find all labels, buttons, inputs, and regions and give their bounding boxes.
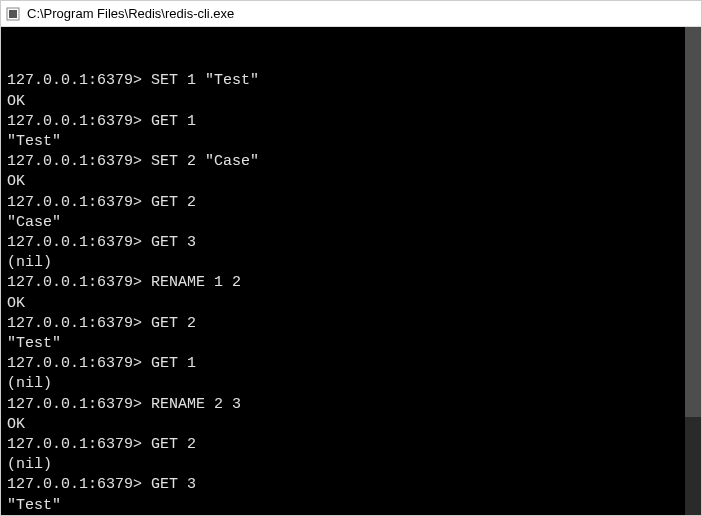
terminal-line: 127.0.0.1:6379> SET 2 "Case" bbox=[7, 152, 695, 172]
terminal-line: 127.0.0.1:6379> GET 2 bbox=[7, 314, 695, 334]
terminal-line: 127.0.0.1:6379> SET 1 "Test" bbox=[7, 71, 695, 91]
window-title: C:\Program Files\Redis\redis-cli.exe bbox=[27, 6, 234, 21]
terminal-line: 127.0.0.1:6379> GET 1 bbox=[7, 354, 695, 374]
terminal-line: 127.0.0.1:6379> GET 2 bbox=[7, 435, 695, 455]
terminal-line: "Case" bbox=[7, 213, 695, 233]
terminal-line: (nil) bbox=[7, 253, 695, 273]
terminal-line: OK bbox=[7, 172, 695, 192]
terminal-line: 127.0.0.1:6379> RENAME 2 3 bbox=[7, 395, 695, 415]
terminal-line: 127.0.0.1:6379> RENAME 1 2 bbox=[7, 273, 695, 293]
terminal-line: "Test" bbox=[7, 334, 695, 354]
terminal-line: "Test" bbox=[7, 496, 695, 515]
terminal-line: 127.0.0.1:6379> GET 3 bbox=[7, 233, 695, 253]
scrollbar-thumb[interactable] bbox=[685, 27, 701, 417]
app-window: C:\Program Files\Redis\redis-cli.exe 127… bbox=[0, 0, 702, 516]
app-icon bbox=[5, 6, 21, 22]
terminal-line: 127.0.0.1:6379> GET 3 bbox=[7, 475, 695, 495]
scrollbar[interactable] bbox=[685, 27, 701, 515]
terminal-line: 127.0.0.1:6379> GET 1 bbox=[7, 112, 695, 132]
title-bar[interactable]: C:\Program Files\Redis\redis-cli.exe bbox=[1, 1, 701, 27]
terminal-line: "Test" bbox=[7, 132, 695, 152]
terminal-line: (nil) bbox=[7, 374, 695, 394]
terminal-line: OK bbox=[7, 294, 695, 314]
terminal-output[interactable]: 127.0.0.1:6379> SET 1 "Test"OK127.0.0.1:… bbox=[1, 27, 701, 515]
terminal-line: OK bbox=[7, 92, 695, 112]
terminal-line: 127.0.0.1:6379> GET 2 bbox=[7, 193, 695, 213]
terminal-line: (nil) bbox=[7, 455, 695, 475]
terminal-line: OK bbox=[7, 415, 695, 435]
svg-rect-1 bbox=[9, 10, 17, 18]
